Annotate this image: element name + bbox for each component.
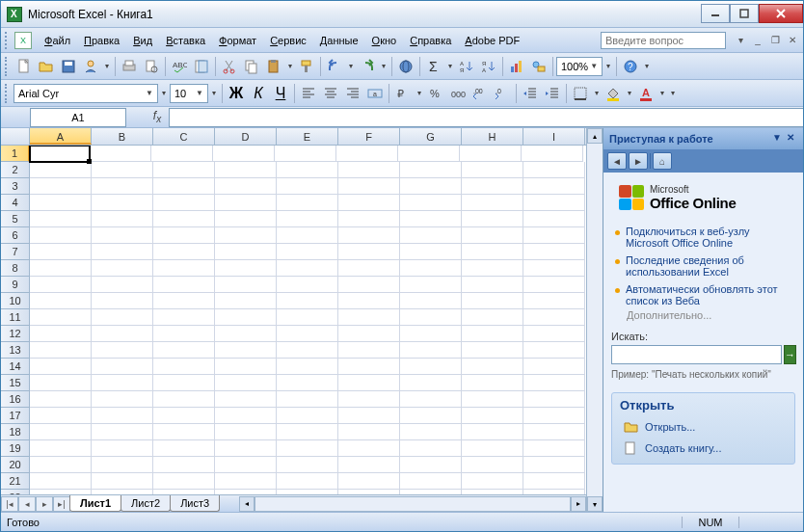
cell-H6[interactable] xyxy=(462,227,523,244)
cell-B21[interactable] xyxy=(92,473,153,490)
row-header-13[interactable]: 13 xyxy=(1,342,30,359)
row-header-1[interactable]: 1 xyxy=(1,146,30,162)
cell-H9[interactable] xyxy=(462,277,523,293)
cell-B12[interactable] xyxy=(92,326,153,342)
cell-F9[interactable] xyxy=(338,277,400,293)
row-header-21[interactable]: 21 xyxy=(1,473,30,490)
print-preview-button[interactable] xyxy=(141,56,162,77)
search-go-button[interactable]: → xyxy=(784,345,796,364)
row-header-10[interactable]: 10 xyxy=(1,293,30,309)
cell-C10[interactable] xyxy=(153,293,215,309)
italic-button[interactable]: К xyxy=(248,83,269,104)
cell-G2[interactable] xyxy=(400,162,462,178)
cell-A5[interactable] xyxy=(30,211,92,227)
cell-F6[interactable] xyxy=(338,227,400,244)
dropdown-arrow-icon[interactable]: ▾ xyxy=(625,89,634,97)
menu-правка[interactable]: Правка xyxy=(77,32,126,49)
cell-B7[interactable] xyxy=(92,244,153,260)
cell-I15[interactable] xyxy=(523,375,585,391)
cell-C18[interactable] xyxy=(153,424,215,440)
cell-A19[interactable] xyxy=(30,440,92,457)
name-box[interactable] xyxy=(30,108,126,127)
cell-I5[interactable] xyxy=(523,211,585,227)
cell-I9[interactable] xyxy=(523,277,585,293)
cell-H5[interactable] xyxy=(462,211,523,227)
cell-F19[interactable] xyxy=(338,440,400,457)
scroll-right-button[interactable]: ▸ xyxy=(571,496,586,512)
cell-B20[interactable] xyxy=(92,457,153,473)
menu-сервис[interactable]: Сервис xyxy=(263,32,313,49)
cell-I6[interactable] xyxy=(523,227,585,244)
cell-A15[interactable] xyxy=(30,375,92,391)
cell-A13[interactable] xyxy=(30,342,92,359)
cell-E5[interactable] xyxy=(277,211,338,227)
cell-I17[interactable] xyxy=(523,408,585,424)
cell-C8[interactable] xyxy=(153,260,215,277)
cell-C13[interactable] xyxy=(153,342,215,359)
cell-C19[interactable] xyxy=(153,440,215,457)
cell-H17[interactable] xyxy=(462,408,523,424)
percent-button[interactable]: % xyxy=(425,83,446,104)
menu-справка[interactable]: Справка xyxy=(403,32,458,49)
column-header-E[interactable]: E xyxy=(277,128,338,145)
zoom-dropdown[interactable]: 100%▼ xyxy=(556,57,603,76)
column-header-G[interactable]: G xyxy=(400,128,462,145)
align-left-button[interactable] xyxy=(298,83,319,104)
cell-I18[interactable] xyxy=(523,424,585,440)
cell-E19[interactable] xyxy=(277,440,338,457)
cell-F22[interactable] xyxy=(338,490,400,494)
sort-asc-button[interactable]: АЯ xyxy=(456,56,477,77)
cell-F21[interactable] xyxy=(338,473,400,490)
row-header-17[interactable]: 17 xyxy=(1,408,30,424)
cell-F3[interactable] xyxy=(338,178,400,195)
cell-C4[interactable] xyxy=(153,195,215,211)
cell-A12[interactable] xyxy=(30,326,92,342)
cell-A17[interactable] xyxy=(30,408,92,424)
row-header-15[interactable]: 15 xyxy=(1,375,30,391)
cell-D17[interactable] xyxy=(215,408,277,424)
cell-A14[interactable] xyxy=(30,359,92,375)
open-button[interactable] xyxy=(36,56,57,77)
dropdown-arrow-icon[interactable]: ▾ xyxy=(379,62,389,70)
borders-button[interactable] xyxy=(570,83,591,104)
cell-F5[interactable] xyxy=(338,211,400,227)
dropdown-arrow-icon[interactable]: ▾ xyxy=(159,89,169,97)
cell-E18[interactable] xyxy=(277,424,338,440)
cell-B17[interactable] xyxy=(92,408,153,424)
cell-H22[interactable] xyxy=(462,490,523,494)
cell-G22[interactable] xyxy=(400,490,462,494)
cell-F10[interactable] xyxy=(338,293,400,309)
cell-D8[interactable] xyxy=(215,260,277,277)
print-button[interactable] xyxy=(119,56,140,77)
row-header-9[interactable]: 9 xyxy=(1,277,30,293)
formula-input[interactable] xyxy=(169,108,803,127)
cell-H13[interactable] xyxy=(462,342,523,359)
cell-D3[interactable] xyxy=(215,178,277,195)
cell-D15[interactable] xyxy=(215,375,277,391)
cell-C1[interactable] xyxy=(151,146,213,162)
cell-G14[interactable] xyxy=(400,359,462,375)
cell-E4[interactable] xyxy=(277,195,338,211)
toolbar-options-button[interactable]: ▾ xyxy=(734,34,747,47)
cell-C17[interactable] xyxy=(153,408,215,424)
paste-button[interactable] xyxy=(263,56,284,77)
dropdown-arrow-icon[interactable]: ▾ xyxy=(603,62,613,70)
cell-H21[interactable] xyxy=(462,473,523,490)
task-pane-close-button[interactable]: ✕ xyxy=(784,132,797,146)
tab-first-button[interactable]: |◂ xyxy=(1,496,18,512)
chevron-down-icon[interactable]: ▼ xyxy=(144,89,155,97)
dropdown-arrow-icon[interactable]: ▾ xyxy=(415,89,424,97)
spelling-button[interactable]: ABC xyxy=(169,56,190,77)
cell-G7[interactable] xyxy=(400,244,462,260)
cell-C15[interactable] xyxy=(153,375,215,391)
dropdown-arrow-icon[interactable]: ▾ xyxy=(102,62,112,70)
menu-файл[interactable]: Файл xyxy=(38,32,77,49)
home-button[interactable]: ⌂ xyxy=(653,152,672,170)
cell-H11[interactable] xyxy=(462,309,523,326)
cell-C21[interactable] xyxy=(153,473,215,490)
cell-A7[interactable] xyxy=(30,244,92,260)
cell-A6[interactable] xyxy=(30,227,92,244)
select-all-corner[interactable] xyxy=(1,128,30,145)
maximize-button[interactable] xyxy=(730,4,759,23)
cell-G18[interactable] xyxy=(400,424,462,440)
